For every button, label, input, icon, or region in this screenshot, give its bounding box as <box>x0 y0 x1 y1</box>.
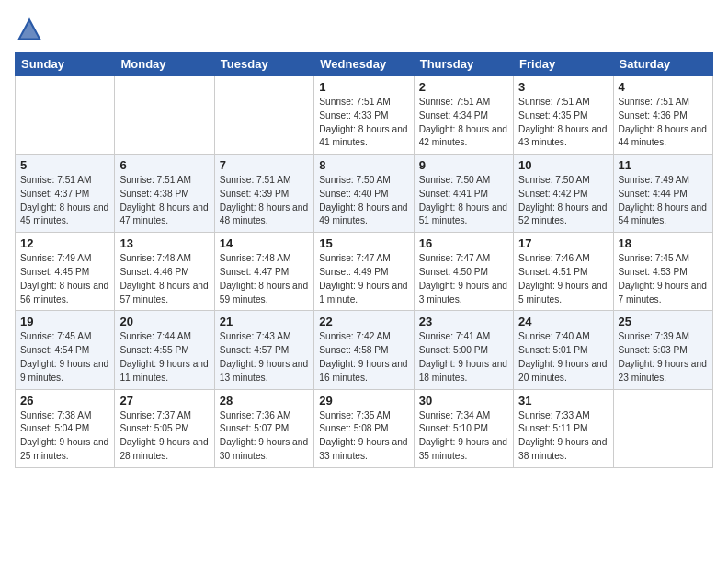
day-number: 29 <box>319 394 408 408</box>
calendar-cell: 4Sunrise: 7:51 AM Sunset: 4:36 PM Daylig… <box>613 76 712 155</box>
day-info: Sunrise: 7:51 AM Sunset: 4:36 PM Dayligh… <box>619 96 708 150</box>
day-number: 26 <box>20 394 109 408</box>
day-info: Sunrise: 7:51 AM Sunset: 4:35 PM Dayligh… <box>518 96 608 150</box>
weekday-header-thursday: Thursday <box>414 52 513 76</box>
calendar-cell: 14Sunrise: 7:48 AM Sunset: 4:47 PM Dayli… <box>214 233 313 311</box>
day-number: 17 <box>518 236 608 250</box>
day-info: Sunrise: 7:33 AM Sunset: 5:11 PM Dayligh… <box>518 409 608 464</box>
calendar-cell: 24Sunrise: 7:40 AM Sunset: 5:01 PM Dayli… <box>514 311 613 389</box>
day-info: Sunrise: 7:37 AM Sunset: 5:05 PM Dayligh… <box>119 409 209 464</box>
day-info: Sunrise: 7:51 AM Sunset: 4:37 PM Dayligh… <box>20 174 109 228</box>
day-info: Sunrise: 7:49 AM Sunset: 4:45 PM Dayligh… <box>20 252 109 306</box>
logo-icon <box>15 15 44 44</box>
day-info: Sunrise: 7:38 AM Sunset: 5:04 PM Dayligh… <box>20 409 109 464</box>
calendar-week-row: 1Sunrise: 7:51 AM Sunset: 4:33 PM Daylig… <box>16 76 713 155</box>
day-number: 23 <box>419 315 508 328</box>
weekday-header-wednesday: Wednesday <box>314 52 414 76</box>
day-number: 21 <box>220 315 309 328</box>
day-number: 9 <box>419 158 508 172</box>
day-number: 13 <box>119 236 209 250</box>
day-number: 31 <box>518 394 608 408</box>
day-number: 22 <box>319 315 408 328</box>
day-number: 11 <box>619 158 708 172</box>
calendar-cell: 12Sunrise: 7:49 AM Sunset: 4:45 PM Dayli… <box>16 233 115 311</box>
day-info: Sunrise: 7:43 AM Sunset: 4:57 PM Dayligh… <box>220 330 309 385</box>
day-info: Sunrise: 7:44 AM Sunset: 4:55 PM Dayligh… <box>119 330 209 385</box>
day-number: 27 <box>119 394 209 408</box>
day-info: Sunrise: 7:48 AM Sunset: 4:46 PM Dayligh… <box>119 252 209 306</box>
calendar-cell: 13Sunrise: 7:48 AM Sunset: 4:46 PM Dayli… <box>115 233 214 311</box>
day-number: 1 <box>319 80 408 94</box>
calendar-cell <box>16 76 115 155</box>
calendar-cell: 28Sunrise: 7:36 AM Sunset: 5:07 PM Dayli… <box>214 389 313 467</box>
day-number: 15 <box>319 236 408 250</box>
day-info: Sunrise: 7:50 AM Sunset: 4:40 PM Dayligh… <box>319 174 408 228</box>
calendar-cell: 10Sunrise: 7:50 AM Sunset: 4:42 PM Dayli… <box>514 155 613 233</box>
day-number: 10 <box>518 158 608 172</box>
weekday-header-friday: Friday <box>514 52 613 76</box>
day-number: 16 <box>419 236 508 250</box>
calendar-cell: 9Sunrise: 7:50 AM Sunset: 4:41 PM Daylig… <box>414 155 513 233</box>
day-number: 18 <box>619 236 708 250</box>
day-number: 24 <box>518 315 608 328</box>
calendar-week-row: 12Sunrise: 7:49 AM Sunset: 4:45 PM Dayli… <box>16 233 713 311</box>
day-info: Sunrise: 7:41 AM Sunset: 5:00 PM Dayligh… <box>419 330 508 385</box>
calendar-week-row: 5Sunrise: 7:51 AM Sunset: 4:37 PM Daylig… <box>16 155 713 233</box>
day-info: Sunrise: 7:48 AM Sunset: 4:47 PM Dayligh… <box>220 252 309 306</box>
day-info: Sunrise: 7:47 AM Sunset: 4:49 PM Dayligh… <box>319 252 408 306</box>
calendar-cell: 27Sunrise: 7:37 AM Sunset: 5:05 PM Dayli… <box>115 389 214 467</box>
calendar-cell: 1Sunrise: 7:51 AM Sunset: 4:33 PM Daylig… <box>314 76 414 155</box>
weekday-header-saturday: Saturday <box>613 52 712 76</box>
calendar-cell <box>214 76 313 155</box>
calendar-cell: 6Sunrise: 7:51 AM Sunset: 4:38 PM Daylig… <box>115 155 214 233</box>
day-number: 5 <box>20 158 109 172</box>
day-info: Sunrise: 7:49 AM Sunset: 4:44 PM Dayligh… <box>619 174 708 228</box>
day-info: Sunrise: 7:50 AM Sunset: 4:41 PM Dayligh… <box>419 174 508 228</box>
calendar-cell: 16Sunrise: 7:47 AM Sunset: 4:50 PM Dayli… <box>414 233 513 311</box>
weekday-header-sunday: Sunday <box>16 52 115 76</box>
calendar-cell: 18Sunrise: 7:45 AM Sunset: 4:53 PM Dayli… <box>613 233 712 311</box>
day-number: 28 <box>220 394 309 408</box>
page-container: SundayMondayTuesdayWednesdayThursdayFrid… <box>0 0 728 477</box>
calendar-cell: 3Sunrise: 7:51 AM Sunset: 4:35 PM Daylig… <box>514 76 613 155</box>
day-info: Sunrise: 7:42 AM Sunset: 4:58 PM Dayligh… <box>319 330 408 385</box>
calendar-cell <box>115 76 214 155</box>
calendar-cell: 23Sunrise: 7:41 AM Sunset: 5:00 PM Dayli… <box>414 311 513 389</box>
calendar-cell: 15Sunrise: 7:47 AM Sunset: 4:49 PM Dayli… <box>314 233 414 311</box>
calendar-week-row: 26Sunrise: 7:38 AM Sunset: 5:04 PM Dayli… <box>16 389 713 467</box>
calendar-cell: 8Sunrise: 7:50 AM Sunset: 4:40 PM Daylig… <box>314 155 414 233</box>
day-number: 3 <box>518 80 608 94</box>
calendar-cell: 22Sunrise: 7:42 AM Sunset: 4:58 PM Dayli… <box>314 311 414 389</box>
day-number: 2 <box>419 80 508 94</box>
day-number: 12 <box>20 236 109 250</box>
day-number: 25 <box>619 315 708 328</box>
day-info: Sunrise: 7:47 AM Sunset: 4:50 PM Dayligh… <box>419 252 508 306</box>
day-info: Sunrise: 7:51 AM Sunset: 4:33 PM Dayligh… <box>319 96 408 150</box>
calendar-cell: 2Sunrise: 7:51 AM Sunset: 4:34 PM Daylig… <box>414 76 513 155</box>
day-number: 19 <box>20 315 109 328</box>
calendar-cell <box>613 389 712 467</box>
day-info: Sunrise: 7:45 AM Sunset: 4:53 PM Dayligh… <box>619 252 708 306</box>
calendar-table: SundayMondayTuesdayWednesdayThursdayFrid… <box>15 52 713 468</box>
weekday-header-monday: Monday <box>115 52 214 76</box>
day-number: 7 <box>220 158 309 172</box>
calendar-cell: 7Sunrise: 7:51 AM Sunset: 4:39 PM Daylig… <box>214 155 313 233</box>
calendar-cell: 26Sunrise: 7:38 AM Sunset: 5:04 PM Dayli… <box>16 389 115 467</box>
day-info: Sunrise: 7:35 AM Sunset: 5:08 PM Dayligh… <box>319 409 408 464</box>
calendar-cell: 11Sunrise: 7:49 AM Sunset: 4:44 PM Dayli… <box>613 155 712 233</box>
day-number: 14 <box>220 236 309 250</box>
day-number: 30 <box>419 394 508 408</box>
day-info: Sunrise: 7:34 AM Sunset: 5:10 PM Dayligh… <box>419 409 508 464</box>
calendar-cell: 31Sunrise: 7:33 AM Sunset: 5:11 PM Dayli… <box>514 389 613 467</box>
day-number: 20 <box>119 315 209 328</box>
day-info: Sunrise: 7:51 AM Sunset: 4:39 PM Dayligh… <box>220 174 309 228</box>
day-info: Sunrise: 7:50 AM Sunset: 4:42 PM Dayligh… <box>518 174 608 228</box>
calendar-cell: 17Sunrise: 7:46 AM Sunset: 4:51 PM Dayli… <box>514 233 613 311</box>
weekday-header-tuesday: Tuesday <box>214 52 313 76</box>
logo <box>15 15 48 44</box>
day-number: 4 <box>619 80 708 94</box>
calendar-cell: 21Sunrise: 7:43 AM Sunset: 4:57 PM Dayli… <box>214 311 313 389</box>
calendar-cell: 5Sunrise: 7:51 AM Sunset: 4:37 PM Daylig… <box>16 155 115 233</box>
weekday-header-row: SundayMondayTuesdayWednesdayThursdayFrid… <box>16 52 713 76</box>
calendar-cell: 19Sunrise: 7:45 AM Sunset: 4:54 PM Dayli… <box>16 311 115 389</box>
